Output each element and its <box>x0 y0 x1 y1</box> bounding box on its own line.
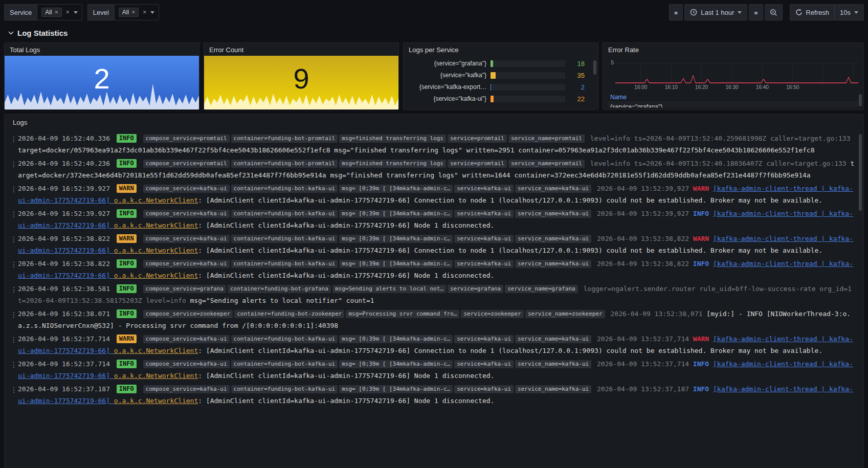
chevron-down-icon[interactable] <box>74 11 78 14</box>
refresh-icon <box>795 9 803 16</box>
filter-selected-chip[interactable]: All × <box>119 8 139 17</box>
log-level-badge: WARN <box>117 335 137 343</box>
legend-header-name[interactable]: Name <box>607 92 858 102</box>
panel-header-error-count[interactable]: Error Count <box>204 43 398 56</box>
bar-gauge-label: {service="kafka-export… <box>410 83 486 91</box>
log-label-chip: service=kafka-ui <box>454 335 514 343</box>
log-row-menu-icon[interactable]: ⋮ <box>10 184 17 195</box>
log-label-chip: container=funding-bot-kafka-ui <box>231 210 338 218</box>
refresh-interval-picker[interactable]: 10s <box>834 4 864 20</box>
log-row-menu-icon[interactable]: ⋮ <box>10 334 17 346</box>
bar-gauge-fill <box>491 84 491 91</box>
panel-header-error-rate[interactable]: Error Rate <box>603 43 863 56</box>
log-label-chips: compose_service=grafanacontainer=funding… <box>143 285 580 293</box>
total-logs-value: 2 <box>94 62 109 95</box>
bar-gauge-track <box>491 84 565 91</box>
log-label-chip: service_name=grafana <box>505 285 577 293</box>
filter-value-box[interactable]: All × × <box>114 4 159 20</box>
filter-label[interactable]: Level <box>87 4 114 20</box>
log-message-segment: : [AdminClient clientId=kafka-ui-admin-1… <box>198 247 822 254</box>
log-row: ⋮ 2026-04-09 16:52:38.581 INFO compose_s… <box>10 283 856 306</box>
log-message-segment[interactable]: o.a.k.c.NetworkClient <box>114 196 198 204</box>
log-label-chip: compose_service=grafana <box>143 285 226 293</box>
log-row-menu-icon[interactable]: ⋮ <box>10 359 17 371</box>
filter-value-box[interactable]: All × × <box>37 4 82 20</box>
refresh-button[interactable]: Refresh <box>790 4 835 20</box>
filter-chip-remove-icon[interactable]: × <box>131 9 135 15</box>
log-message-segment: level=info ts=2026-04-09T13:52:40.180364… <box>590 160 851 167</box>
log-row-menu-icon[interactable]: ⋮ <box>10 284 17 296</box>
time-shift-forward-button[interactable]: » <box>749 4 763 20</box>
log-row: ⋮ 2026-04-09 16:52:39.927 WARN compose_s… <box>10 183 856 206</box>
log-message-segment[interactable]: o.a.k.c.NetworkClient <box>114 397 198 405</box>
panel-header-logs-per-service[interactable]: Logs per Service <box>404 43 598 56</box>
log-message-segment[interactable]: o.a.k.c.NetworkClient <box>114 272 198 279</box>
log-row-menu-icon[interactable]: ⋮ <box>10 133 17 145</box>
log-label-chip: service_name=kafka-ui <box>515 360 591 368</box>
filter-label[interactable]: Service <box>4 4 37 20</box>
log-row-menu-icon[interactable]: ⋮ <box>10 234 17 246</box>
scrollbar-thumb[interactable] <box>859 134 862 211</box>
filter-clear-icon[interactable]: × <box>66 9 70 15</box>
log-label-chip: service=kafka-ui <box>454 210 514 218</box>
log-message-segment[interactable]: o.a.k.c.NetworkClient <box>114 221 198 229</box>
filter-clear-icon[interactable]: × <box>143 9 146 15</box>
log-label-chip: compose_service=kafka-ui <box>143 335 230 343</box>
log-message-segment: INFO <box>693 210 713 217</box>
x-axis-tick-label: 16:50 <box>786 84 799 90</box>
log-message-segment: : [AdminClient clientId=kafka-ui-admin-1… <box>198 397 494 405</box>
time-range-picker[interactable]: Last 1 hour <box>684 4 747 20</box>
scrollbar-thumb[interactable] <box>593 60 596 75</box>
log-label-chip: container=funding-bot-promtail <box>231 160 338 168</box>
log-row-menu-icon[interactable]: ⋮ <box>10 259 17 271</box>
log-level-badge: INFO <box>117 259 137 268</box>
legend-row[interactable]: {service="grafana"} <box>607 102 858 107</box>
scrollbar-thumb[interactable] <box>859 94 862 106</box>
log-message-segment[interactable]: o.a.k.c.NetworkClient <box>114 247 198 254</box>
log-row-menu-icon[interactable]: ⋮ <box>10 159 17 170</box>
time-shift-back-button[interactable]: « <box>669 4 683 20</box>
log-message-segment: : [AdminClient clientId=kafka-ui-admin-1… <box>198 196 822 204</box>
log-label-chips: compose_service=kafka-uicontainer=fundin… <box>143 260 593 268</box>
log-timestamp: 2026-04-09 16:52:40.236 <box>18 160 110 167</box>
chevron-down-icon[interactable] <box>150 11 154 14</box>
log-label-chip: service_name=kafka-ui <box>515 385 591 393</box>
log-label-chip: service=kafka-ui <box>454 185 514 193</box>
log-message-segment: INFO <box>693 360 713 368</box>
log-label-chip: service=promtail <box>448 160 507 168</box>
log-message-segment[interactable]: o.a.k.c.NetworkClient <box>114 347 198 354</box>
y-axis-label: 5 <box>607 60 615 84</box>
log-label-chip: container=funding-bot-promtail <box>231 135 338 143</box>
log-message-segment: : [AdminClient clientId=kafka-ui-admin-1… <box>198 272 494 279</box>
log-label-chip: service_name=kafka-ui <box>515 235 591 243</box>
log-label-chip: service_name=kafka-ui <box>515 210 591 218</box>
panel-header-logs[interactable]: Logs <box>5 115 863 129</box>
log-message-segment: INFO <box>693 260 713 268</box>
panel-header-total-logs[interactable]: Total Logs <box>5 43 199 56</box>
bar-gauge-fill <box>491 60 493 67</box>
log-row-menu-icon[interactable]: ⋮ <box>10 309 17 321</box>
log-message-segment[interactable]: o.a.k.c.NetworkClient <box>114 372 198 380</box>
log-row-menu-icon[interactable]: ⋮ <box>10 384 17 396</box>
x-axis-tick-label: 16:10 <box>665 84 678 90</box>
log-label-chips: compose_service=kafka-uicontainer=fundin… <box>143 385 593 393</box>
panel-title-error-count: Error Count <box>209 46 393 54</box>
log-label-chip: compose_service=kafka-ui <box>143 260 230 268</box>
log-label-chip: service_name=promtail <box>508 160 585 168</box>
filter-selected-chip[interactable]: All × <box>41 8 61 17</box>
chevron-down-icon <box>8 31 14 35</box>
log-label-chip: msg= [0;39m [ [34mkafka-admin-c… <box>339 335 453 343</box>
log-label-chip: compose_service=zookeeper <box>143 310 233 318</box>
log-message-segment: INFO <box>693 385 713 393</box>
log-message-segment: 2026-04-09 13:52:37,187 <box>597 385 693 393</box>
log-label-chips: compose_service=kafka-uicontainer=fundin… <box>143 185 593 192</box>
log-label-chips: compose_service=kafka-uicontainer=fundin… <box>143 235 593 242</box>
log-row: ⋮ 2026-04-09 16:52:37.714 WARN compose_s… <box>10 333 856 356</box>
zoom-out-button[interactable] <box>765 4 783 20</box>
section-log-statistics[interactable]: Log Statistics <box>0 24 868 41</box>
x-axis-tick-label: 16:00 <box>634 84 647 90</box>
log-label-chip: container=funding-bot-kafka-ui <box>231 185 338 193</box>
log-row-menu-icon[interactable]: ⋮ <box>10 209 17 220</box>
log-label-chip: service=grafana <box>448 285 503 293</box>
filter-chip-remove-icon[interactable]: × <box>55 9 58 15</box>
